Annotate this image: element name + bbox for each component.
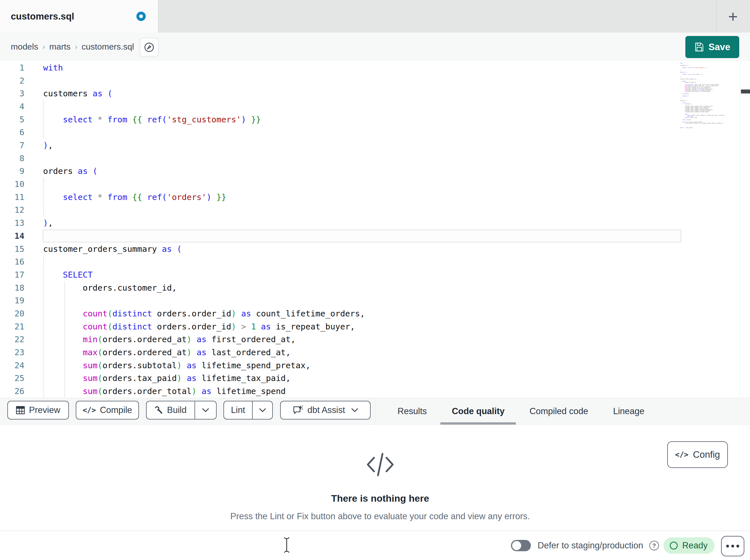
save-label: Save (708, 42, 730, 53)
plus-icon: + (728, 8, 738, 25)
empty-state-title: There is nothing here (10, 493, 750, 504)
line-number: 17 (0, 268, 24, 281)
empty-state: There is nothing here Press the Lint or … (10, 425, 750, 521)
code-line[interactable]: 18 orders.customer_id, (0, 281, 750, 294)
line-number: 11 (0, 191, 24, 204)
output-tab-code-quality[interactable]: Code quality (452, 406, 505, 416)
lint-button[interactable]: Lint (224, 401, 252, 419)
breadcrumb-item[interactable]: marts (50, 42, 71, 51)
compile-button[interactable]: </> Compile (76, 401, 139, 419)
defer-toggle[interactable] (511, 540, 531, 551)
editor-action-bar: Preview </> Compile Build Lint (0, 398, 750, 425)
line-number: 6 (0, 126, 24, 139)
code-line[interactable]: 10 (0, 178, 750, 191)
new-tab-button[interactable]: + (720, 5, 746, 28)
compile-label: Compile (100, 405, 132, 415)
line-number: 10 (0, 178, 24, 191)
code-line[interactable]: 12 (0, 203, 750, 216)
dot-icon (726, 545, 729, 547)
tabbar-divider (716, 0, 716, 33)
editor-tab-bar: customers.sql + (0, 0, 750, 33)
code-line[interactable]: 20 count(distinct orders.order_id) as co… (0, 307, 750, 320)
tab-customers-sql[interactable]: customers.sql (0, 0, 158, 33)
code-line[interactable]: 16 (0, 255, 750, 268)
code-line[interactable]: 19 (0, 294, 750, 307)
code-line[interactable]: 5 select * from {{ ref('stg_customers') … (0, 113, 750, 126)
output-tab-compiled-code[interactable]: Compiled code (529, 406, 588, 416)
jinja-compass-button[interactable] (139, 38, 159, 57)
code-line[interactable]: 9orders as ( (0, 165, 750, 178)
ready-label: Ready (682, 540, 708, 551)
code-line[interactable]: 11 select * from {{ ref('orders') }} (0, 191, 750, 204)
code-line[interactable]: 1with (0, 61, 750, 74)
build-button[interactable]: Build (146, 401, 195, 419)
chevron-down-icon (259, 408, 266, 412)
line-number: 23 (0, 346, 24, 359)
line-number: 22 (0, 333, 24, 346)
table-icon (16, 406, 25, 414)
indent-guide (43, 100, 44, 139)
line-number: 26 (0, 385, 24, 398)
line-number: 14 (0, 229, 24, 243)
status-bar: Defer to staging/production ? Ready (0, 531, 750, 560)
line-number: 5 (0, 113, 24, 126)
build-label: Build (167, 405, 186, 415)
breadcrumb-item[interactable]: models (11, 42, 38, 51)
dbt-assist-label: dbt Assist (308, 405, 345, 415)
more-options-button[interactable] (721, 536, 744, 556)
line-number: 20 (0, 307, 24, 320)
lint-split-button: Lint (223, 401, 273, 419)
chevron-down-icon (351, 408, 358, 412)
code-line[interactable]: 14 (0, 229, 750, 243)
code-line[interactable]: 24 sum(orders.subtotal) as lifetime_spen… (0, 359, 750, 372)
save-button[interactable]: Save (685, 36, 739, 58)
build-dropdown-button[interactable] (195, 401, 216, 419)
toggle-knob (512, 541, 521, 550)
file-path-bar: models›marts›customers.sql Save (0, 33, 750, 61)
line-number: 12 (0, 203, 24, 216)
line-number: 9 (0, 165, 24, 178)
code-line[interactable]: 15customer_orders_summary as ( (0, 243, 750, 255)
indent-guide (43, 178, 44, 216)
output-tab-lineage[interactable]: Lineage (613, 406, 644, 416)
line-number: 8 (0, 152, 24, 165)
lint-dropdown-button[interactable] (253, 401, 272, 419)
defer-label: Defer to staging/production (538, 531, 643, 560)
preview-button[interactable]: Preview (7, 401, 69, 419)
line-number: 3 (0, 87, 24, 100)
output-tab-results[interactable]: Results (397, 406, 427, 416)
breadcrumb: models›marts›customers.sql (11, 33, 134, 61)
code-line[interactable]: 22 min(orders.ordered_at) as first_order… (0, 333, 750, 346)
code-line[interactable]: 21 count(distinct orders.order_id) > 1 a… (0, 320, 750, 333)
code-line[interactable]: 17 SELECT (0, 268, 750, 281)
dbt-assist-button[interactable]: dbt Assist (280, 401, 371, 419)
code-line[interactable]: 2 (0, 74, 750, 87)
code-line[interactable]: 26 sum(orders.order_total) as lifetime_s… (0, 385, 750, 398)
code-line[interactable]: 3customers as ( (0, 87, 750, 100)
code-line[interactable]: 8 (0, 152, 750, 165)
actionbar-divider (375, 398, 375, 424)
text-cursor-pointer (283, 537, 290, 553)
scrollbar-thumb[interactable] (741, 89, 750, 94)
status-badge: Ready (664, 537, 714, 554)
code-line[interactable]: 13), (0, 216, 750, 229)
line-number: 1 (0, 61, 24, 74)
active-tab-underline (440, 422, 516, 424)
help-icon[interactable]: ? (649, 541, 659, 551)
code-line[interactable]: 4 (0, 100, 750, 113)
lint-label: Lint (231, 405, 245, 415)
code-line[interactable]: 6 (0, 126, 750, 139)
preview-label: Preview (29, 405, 60, 415)
line-number: 19 (0, 294, 24, 307)
code-editor[interactable]: 1with23customers as (45 select * from {{… (0, 61, 750, 398)
breadcrumb-item[interactable]: customers.sql (82, 42, 134, 51)
line-number: 25 (0, 372, 24, 385)
code-line[interactable]: 7), (0, 139, 750, 152)
ready-ring-icon (670, 542, 678, 549)
compass-icon (144, 42, 155, 53)
code-line[interactable]: 23 max(orders.ordered_at) as last_ordere… (0, 346, 750, 359)
editor-minimap[interactable]: with customers as ( select * from {{ ref… (680, 63, 739, 128)
code-quality-panel: </> Config There is nothing here Press t… (0, 425, 750, 531)
code-line[interactable]: 25 sum(orders.tax_paid) as lifetime_tax_… (0, 372, 750, 385)
breadcrumb-separator: › (71, 42, 82, 51)
